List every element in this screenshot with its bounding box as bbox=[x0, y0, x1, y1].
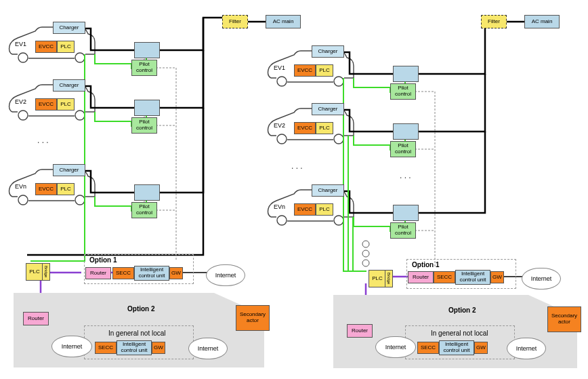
pilot-right-evn: Pilot control bbox=[390, 222, 416, 239]
charger-right-ev2: Charger bbox=[312, 103, 344, 115]
acmain-left: AC main bbox=[266, 15, 301, 28]
pilot-right-ev2: Pilot control bbox=[390, 141, 416, 157]
option2-label-right: Option 2 bbox=[448, 306, 476, 314]
ellipsis-left: . . . bbox=[37, 136, 49, 145]
pilot-left-evn: Pilot control bbox=[131, 202, 157, 218]
ellipsis-right: . . . bbox=[291, 161, 303, 171]
option1-label-right: Option 1 bbox=[412, 261, 440, 268]
bridge-label-right: Bridge bbox=[385, 270, 393, 287]
internet-cloud-left-2b: Internet bbox=[188, 338, 228, 359]
router-right-2: Router bbox=[347, 324, 373, 338]
ev2-label-right: EV2 bbox=[274, 122, 285, 129]
svg-point-2 bbox=[18, 111, 28, 120]
svg-point-5 bbox=[75, 195, 85, 205]
icu-left-2: Intelligent control unit bbox=[117, 340, 152, 355]
router-left-2: Router bbox=[23, 312, 49, 325]
charger-left-ev1: Charger bbox=[53, 22, 85, 34]
option1-label-left: Option 1 bbox=[89, 256, 117, 264]
switch-right-ev2 bbox=[393, 123, 419, 140]
notlocal-label-right: In general not local bbox=[431, 330, 488, 337]
internet-cloud-left-2a: Internet bbox=[51, 336, 92, 357]
ev1-label-right: EV1 bbox=[274, 64, 285, 71]
pilot-left-ev2: Pilot control bbox=[131, 117, 157, 134]
switch-left-ev1 bbox=[134, 42, 160, 58]
svg-point-3 bbox=[75, 111, 85, 120]
internet-cloud-right-2a: Internet bbox=[375, 336, 416, 358]
switch-left-evn bbox=[134, 184, 160, 201]
svg-point-7 bbox=[334, 77, 343, 86]
svg-point-14 bbox=[362, 260, 369, 266]
gw-right-1: GW bbox=[490, 271, 504, 283]
plc-bridge-right: PLC bbox=[369, 270, 386, 287]
secc-right-2: SECC bbox=[417, 342, 439, 354]
charger-right-ev1: Charger bbox=[312, 45, 344, 58]
svg-point-8 bbox=[277, 134, 287, 144]
ev1-label-left: EV1 bbox=[15, 41, 26, 47]
filter-left: Filter bbox=[222, 15, 248, 28]
acmain-right: AC main bbox=[524, 15, 560, 28]
svg-point-9 bbox=[334, 134, 343, 144]
gw-left-2: GW bbox=[152, 342, 165, 354]
evcc-left-ev2: EVCC bbox=[35, 98, 57, 111]
gw-left-1: GW bbox=[169, 267, 183, 279]
svg-point-10 bbox=[277, 216, 287, 225]
internet-cloud-right-2b: Internet bbox=[507, 338, 546, 359]
svg-point-0 bbox=[18, 53, 28, 62]
bridge-label-left: Bridge bbox=[42, 263, 50, 281]
switch-left-ev2 bbox=[134, 100, 160, 116]
internet-cloud-right-1: Internet bbox=[522, 268, 561, 290]
filter-right: Filter bbox=[481, 15, 507, 28]
svg-point-1 bbox=[75, 53, 85, 62]
svg-point-12 bbox=[362, 241, 369, 247]
plc-right-ev1: PLC bbox=[316, 64, 333, 77]
secc-left-2: SECC bbox=[95, 342, 117, 354]
switch-right-evn bbox=[393, 205, 419, 221]
router-right-1: Router bbox=[408, 271, 434, 283]
secc-right-1: SECC bbox=[434, 271, 455, 283]
plc-left-ev1: PLC bbox=[57, 41, 75, 53]
gw-right-2: GW bbox=[474, 342, 488, 354]
icu-left-1: Intelligent control unit bbox=[134, 266, 169, 281]
evcc-right-ev2: EVCC bbox=[294, 122, 316, 134]
plc-bridge-left: PLC bbox=[26, 263, 43, 281]
pilot-right-ev1: Pilot control bbox=[390, 83, 416, 100]
notlocal-label-left: In general not local bbox=[108, 330, 166, 337]
secondary-actor-right: Secondary actor bbox=[547, 306, 581, 332]
evn-label-left: EVn bbox=[15, 183, 26, 190]
evn-label-right: EVn bbox=[274, 203, 285, 210]
icu-right-2: Intelligent control unit bbox=[439, 340, 474, 355]
charger-left-ev2: Charger bbox=[53, 79, 85, 92]
evcc-left-evn: EVCC bbox=[35, 183, 57, 195]
plc-right-ev2: PLC bbox=[316, 122, 333, 134]
charger-right-evn: Charger bbox=[312, 184, 344, 197]
switch-right-ev1 bbox=[393, 66, 419, 82]
ellipsis-right-2: . . . bbox=[400, 171, 411, 180]
plc-right-evn: PLC bbox=[316, 203, 333, 216]
evcc-left-ev1: EVCC bbox=[35, 41, 57, 53]
pilot-left-ev1: Pilot control bbox=[131, 60, 157, 76]
icu-right-1: Intelligent control unit bbox=[455, 270, 490, 285]
secondary-actor-left: Secondary actor bbox=[236, 305, 270, 331]
charger-left-evn: Charger bbox=[53, 164, 85, 176]
svg-point-4 bbox=[18, 195, 28, 205]
evcc-right-evn: EVCC bbox=[294, 203, 316, 216]
router-left-1: Router bbox=[85, 267, 111, 279]
plc-left-evn: PLC bbox=[57, 183, 75, 195]
svg-point-13 bbox=[362, 250, 369, 257]
evcc-right-ev1: EVCC bbox=[294, 64, 316, 77]
secc-left-1: SECC bbox=[112, 267, 134, 279]
ev2-label-left: EV2 bbox=[15, 98, 26, 105]
option2-label-left: Option 2 bbox=[127, 305, 155, 313]
internet-cloud-left-1: Internet bbox=[206, 264, 245, 286]
svg-point-6 bbox=[277, 77, 287, 86]
plc-left-ev2: PLC bbox=[57, 98, 75, 111]
svg-point-11 bbox=[334, 216, 343, 225]
